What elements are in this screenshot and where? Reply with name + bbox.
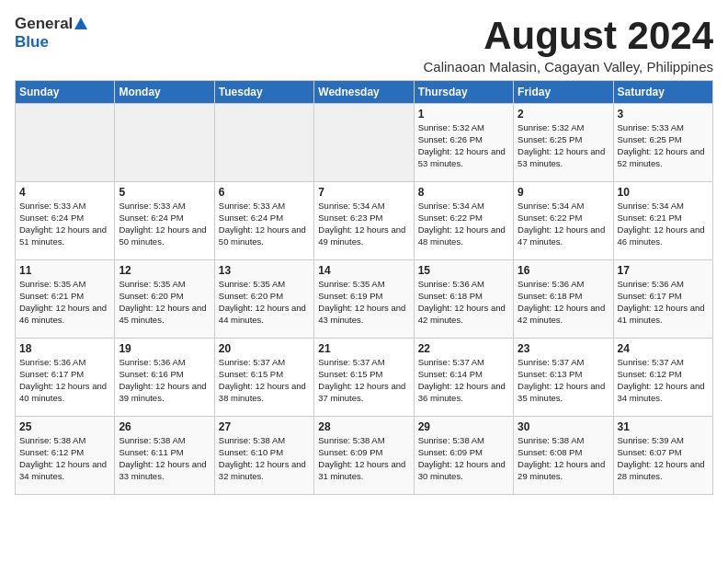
day-number: 19 [119, 342, 210, 355]
day-cell-16: 16Sunrise: 5:36 AM Sunset: 6:18 PM Dayli… [514, 260, 613, 339]
day-info: Sunrise: 5:39 AM Sunset: 6:07 PM Dayligh… [618, 435, 709, 482]
day-info: Sunrise: 5:36 AM Sunset: 6:18 PM Dayligh… [518, 279, 609, 326]
day-cell-15: 15Sunrise: 5:36 AM Sunset: 6:18 PM Dayli… [414, 260, 513, 339]
day-number: 18 [19, 342, 110, 355]
day-info: Sunrise: 5:34 AM Sunset: 6:21 PM Dayligh… [618, 201, 709, 247]
weekday-header-tuesday: Tuesday [214, 81, 313, 104]
day-info: Sunrise: 5:33 AM Sunset: 6:25 PM Dayligh… [618, 122, 709, 169]
week-row-3: 11Sunrise: 5:35 AM Sunset: 6:21 PM Dayli… [16, 260, 713, 339]
empty-cell [115, 104, 214, 182]
day-number: 27 [219, 420, 310, 433]
day-cell-11: 11Sunrise: 5:35 AM Sunset: 6:21 PM Dayli… [16, 260, 115, 339]
empty-cell [16, 104, 115, 182]
day-number: 3 [618, 108, 709, 121]
header: General Blue August 2024 Calinaoan Malas… [15, 15, 713, 75]
month-title: August 2024 [106, 15, 713, 57]
day-cell-1: 1Sunrise: 5:32 AM Sunset: 6:26 PM Daylig… [414, 104, 513, 182]
day-cell-19: 19Sunrise: 5:36 AM Sunset: 6:16 PM Dayli… [115, 339, 214, 417]
day-number: 22 [418, 342, 509, 355]
day-number: 11 [19, 264, 110, 277]
logo-general-text: General [15, 15, 73, 33]
day-number: 4 [19, 186, 110, 199]
day-info: Sunrise: 5:34 AM Sunset: 6:23 PM Dayligh… [318, 201, 409, 247]
day-info: Sunrise: 5:36 AM Sunset: 6:17 PM Dayligh… [618, 279, 709, 326]
day-number: 29 [418, 420, 509, 433]
day-number: 12 [119, 264, 210, 277]
logo: General Blue [15, 15, 87, 52]
day-cell-30: 30Sunrise: 5:38 AM Sunset: 6:08 PM Dayli… [514, 417, 613, 495]
day-info: Sunrise: 5:37 AM Sunset: 6:13 PM Dayligh… [518, 357, 609, 404]
logo-blue-text: Blue [15, 33, 49, 52]
day-cell-27: 27Sunrise: 5:38 AM Sunset: 6:10 PM Dayli… [214, 417, 313, 495]
day-info: Sunrise: 5:35 AM Sunset: 6:20 PM Dayligh… [119, 279, 210, 326]
day-cell-14: 14Sunrise: 5:35 AM Sunset: 6:19 PM Dayli… [314, 260, 414, 339]
day-cell-9: 9Sunrise: 5:34 AM Sunset: 6:22 PM Daylig… [514, 182, 613, 260]
weekday-header-sunday: Sunday [16, 81, 115, 104]
day-info: Sunrise: 5:35 AM Sunset: 6:20 PM Dayligh… [219, 279, 310, 326]
day-number: 15 [418, 264, 509, 277]
day-cell-2: 2Sunrise: 5:32 AM Sunset: 6:25 PM Daylig… [514, 104, 613, 182]
day-cell-7: 7Sunrise: 5:34 AM Sunset: 6:23 PM Daylig… [314, 182, 414, 260]
day-info: Sunrise: 5:37 AM Sunset: 6:12 PM Dayligh… [618, 357, 709, 404]
day-cell-5: 5Sunrise: 5:33 AM Sunset: 6:24 PM Daylig… [115, 182, 214, 260]
empty-cell [214, 104, 313, 182]
day-cell-22: 22Sunrise: 5:37 AM Sunset: 6:14 PM Dayli… [414, 339, 513, 417]
weekday-header-thursday: Thursday [414, 81, 513, 104]
day-number: 9 [518, 186, 609, 199]
day-number: 28 [318, 420, 409, 433]
day-number: 26 [119, 420, 210, 433]
logo-triangle-icon [74, 17, 87, 29]
day-number: 10 [618, 186, 709, 199]
day-number: 1 [418, 108, 509, 121]
day-info: Sunrise: 5:38 AM Sunset: 6:12 PM Dayligh… [19, 435, 110, 482]
day-info: Sunrise: 5:33 AM Sunset: 6:24 PM Dayligh… [119, 201, 210, 247]
day-number: 31 [618, 420, 709, 433]
day-info: Sunrise: 5:37 AM Sunset: 6:14 PM Dayligh… [418, 357, 509, 404]
week-row-4: 18Sunrise: 5:36 AM Sunset: 6:17 PM Dayli… [16, 339, 713, 417]
day-cell-31: 31Sunrise: 5:39 AM Sunset: 6:07 PM Dayli… [613, 417, 712, 495]
day-info: Sunrise: 5:37 AM Sunset: 6:15 PM Dayligh… [318, 357, 409, 404]
week-row-1: 1Sunrise: 5:32 AM Sunset: 6:26 PM Daylig… [16, 104, 713, 182]
day-cell-20: 20Sunrise: 5:37 AM Sunset: 6:15 PM Dayli… [214, 339, 313, 417]
day-number: 5 [119, 186, 210, 199]
day-cell-17: 17Sunrise: 5:36 AM Sunset: 6:17 PM Dayli… [613, 260, 712, 339]
day-cell-6: 6Sunrise: 5:33 AM Sunset: 6:24 PM Daylig… [214, 182, 313, 260]
day-number: 20 [219, 342, 310, 355]
weekday-header-saturday: Saturday [613, 81, 712, 104]
empty-cell [314, 104, 414, 182]
day-cell-18: 18Sunrise: 5:36 AM Sunset: 6:17 PM Dayli… [16, 339, 115, 417]
day-number: 8 [418, 186, 509, 199]
day-number: 2 [518, 108, 609, 121]
day-info: Sunrise: 5:34 AM Sunset: 6:22 PM Dayligh… [518, 201, 609, 247]
day-info: Sunrise: 5:34 AM Sunset: 6:22 PM Dayligh… [418, 201, 509, 247]
day-cell-10: 10Sunrise: 5:34 AM Sunset: 6:21 PM Dayli… [613, 182, 712, 260]
day-info: Sunrise: 5:38 AM Sunset: 6:11 PM Dayligh… [119, 435, 210, 482]
day-info: Sunrise: 5:36 AM Sunset: 6:18 PM Dayligh… [418, 279, 509, 326]
day-info: Sunrise: 5:36 AM Sunset: 6:16 PM Dayligh… [119, 357, 210, 404]
day-cell-4: 4Sunrise: 5:33 AM Sunset: 6:24 PM Daylig… [16, 182, 115, 260]
day-cell-13: 13Sunrise: 5:35 AM Sunset: 6:20 PM Dayli… [214, 260, 313, 339]
weekday-header-wednesday: Wednesday [314, 81, 414, 104]
day-cell-24: 24Sunrise: 5:37 AM Sunset: 6:12 PM Dayli… [613, 339, 712, 417]
day-info: Sunrise: 5:32 AM Sunset: 6:25 PM Dayligh… [518, 122, 609, 169]
day-cell-25: 25Sunrise: 5:38 AM Sunset: 6:12 PM Dayli… [16, 417, 115, 495]
week-row-2: 4Sunrise: 5:33 AM Sunset: 6:24 PM Daylig… [16, 182, 713, 260]
day-cell-26: 26Sunrise: 5:38 AM Sunset: 6:11 PM Dayli… [115, 417, 214, 495]
title-area: August 2024 Calinaoan Malasin, Cagayan V… [87, 15, 713, 75]
day-info: Sunrise: 5:38 AM Sunset: 6:09 PM Dayligh… [318, 435, 409, 482]
day-number: 14 [318, 264, 409, 277]
week-row-5: 25Sunrise: 5:38 AM Sunset: 6:12 PM Dayli… [16, 417, 713, 495]
weekday-header-row: SundayMondayTuesdayWednesdayThursdayFrid… [16, 81, 713, 104]
calendar-table: SundayMondayTuesdayWednesdayThursdayFrid… [15, 80, 713, 495]
day-cell-29: 29Sunrise: 5:38 AM Sunset: 6:09 PM Dayli… [414, 417, 513, 495]
day-cell-21: 21Sunrise: 5:37 AM Sunset: 6:15 PM Dayli… [314, 339, 414, 417]
day-number: 13 [219, 264, 310, 277]
day-number: 23 [518, 342, 609, 355]
day-cell-12: 12Sunrise: 5:35 AM Sunset: 6:20 PM Dayli… [115, 260, 214, 339]
day-info: Sunrise: 5:36 AM Sunset: 6:17 PM Dayligh… [19, 357, 110, 404]
day-number: 6 [219, 186, 310, 199]
day-info: Sunrise: 5:37 AM Sunset: 6:15 PM Dayligh… [219, 357, 310, 404]
day-number: 30 [518, 420, 609, 433]
day-info: Sunrise: 5:32 AM Sunset: 6:26 PM Dayligh… [418, 122, 509, 169]
day-info: Sunrise: 5:35 AM Sunset: 6:21 PM Dayligh… [19, 279, 110, 326]
